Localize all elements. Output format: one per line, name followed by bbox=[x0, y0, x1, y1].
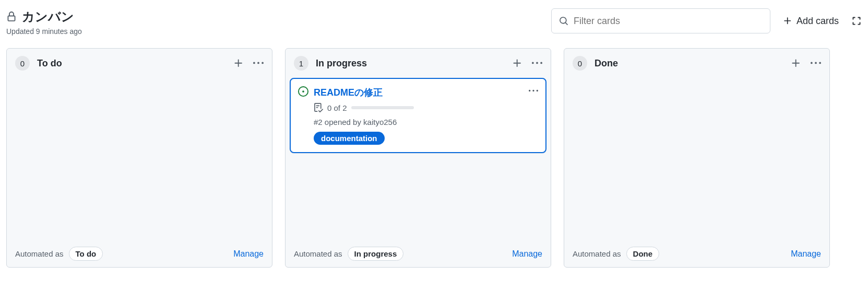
column-menu-button[interactable] bbox=[253, 58, 264, 68]
column-header: 0 Done bbox=[564, 49, 829, 78]
column-footer: Automated as In progress Manage bbox=[286, 240, 551, 267]
automated-value: Done bbox=[626, 247, 660, 261]
checklist-text: 0 of 2 bbox=[327, 103, 347, 112]
manage-link[interactable]: Manage bbox=[233, 249, 264, 259]
column-title: To do bbox=[37, 58, 62, 69]
column-header: 0 To do bbox=[7, 49, 272, 78]
header-right: Add cards bbox=[551, 8, 862, 33]
filter-cards-search[interactable] bbox=[551, 8, 770, 33]
add-card-button[interactable] bbox=[512, 58, 522, 68]
board-columns: 0 To do Automated as To do Manage bbox=[6, 48, 862, 268]
column-count-badge: 1 bbox=[294, 56, 308, 71]
column-body[interactable] bbox=[564, 78, 829, 240]
column-count-badge: 0 bbox=[15, 56, 30, 71]
manage-link[interactable]: Manage bbox=[791, 249, 821, 259]
manage-link[interactable]: Manage bbox=[512, 249, 542, 259]
automated-value: In progress bbox=[348, 247, 404, 261]
project-title: カンバン bbox=[22, 8, 74, 25]
add-card-button[interactable] bbox=[233, 58, 244, 68]
project-updated: Updated 9 minutes ago bbox=[6, 27, 82, 36]
column-done: 0 Done Automated as Done Manage bbox=[564, 48, 830, 268]
project-header: カンバン Updated 9 minutes ago Add cards bbox=[6, 8, 862, 36]
label-pill[interactable]: documentation bbox=[314, 132, 385, 145]
filter-cards-input[interactable] bbox=[574, 16, 763, 27]
card-title[interactable]: READMEの修正 bbox=[314, 86, 383, 99]
automated-value: To do bbox=[69, 247, 103, 261]
fullscreen-button[interactable] bbox=[851, 16, 862, 26]
header-left: カンバン Updated 9 minutes ago bbox=[6, 8, 82, 36]
search-icon bbox=[559, 16, 568, 26]
card-menu-button[interactable] bbox=[529, 86, 538, 96]
opened-by: #2 opened by kaityo256 bbox=[314, 118, 538, 126]
checklist-row: 0 of 2 bbox=[314, 103, 538, 112]
column-footer: Automated as Done Manage bbox=[564, 240, 829, 267]
add-cards-button[interactable]: Add cards bbox=[783, 16, 839, 27]
column-title: In progress bbox=[316, 58, 367, 69]
title-row: カンバン bbox=[6, 8, 82, 25]
column-count-badge: 0 bbox=[573, 56, 587, 71]
add-cards-label: Add cards bbox=[796, 16, 839, 27]
plus-icon bbox=[783, 16, 792, 26]
column-footer: Automated as To do Manage bbox=[7, 240, 272, 267]
column-menu-button[interactable] bbox=[811, 58, 821, 68]
column-body[interactable] bbox=[7, 78, 272, 240]
column-menu-button[interactable] bbox=[532, 58, 542, 68]
automated-label: Automated as bbox=[573, 249, 621, 258]
column-todo: 0 To do Automated as To do Manage bbox=[6, 48, 272, 268]
column-header: 1 In progress bbox=[286, 49, 551, 78]
progress-bar bbox=[351, 106, 414, 109]
add-card-button[interactable] bbox=[791, 58, 801, 68]
issue-open-icon bbox=[298, 86, 308, 97]
column-title: Done bbox=[594, 58, 618, 69]
column-body[interactable]: READMEの修正 0 of 2 #2 opened by kaityo25 bbox=[286, 78, 551, 240]
automated-label: Automated as bbox=[15, 249, 64, 258]
issue-card[interactable]: READMEの修正 0 of 2 #2 opened by kaityo25 bbox=[290, 78, 546, 153]
automated-label: Automated as bbox=[294, 249, 342, 258]
lock-icon bbox=[6, 11, 17, 22]
checklist-icon bbox=[314, 103, 323, 112]
column-inprogress: 1 In progress READMEの修正 bbox=[285, 48, 551, 268]
